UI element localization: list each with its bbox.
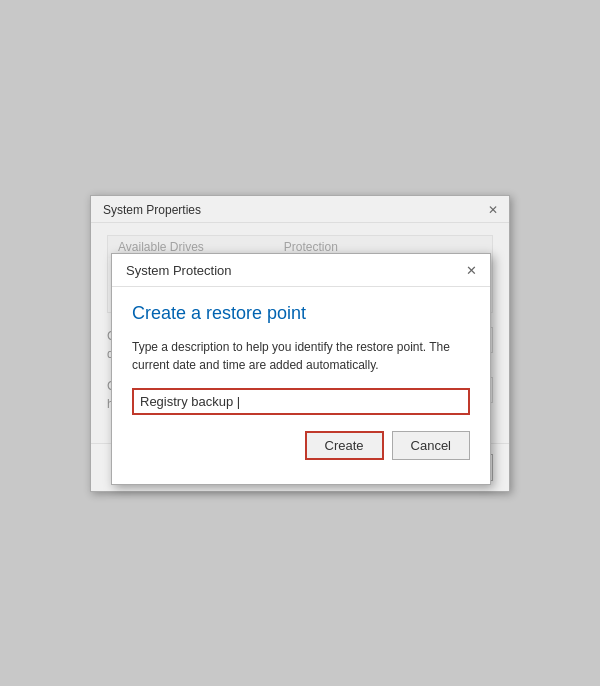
system-properties-window: System Properties ✕ Available Drives Pro… [90,195,510,492]
description-text: Type a description to help you identify … [132,338,470,374]
restore-point-name-input[interactable] [132,388,470,415]
dialog-cancel-button[interactable]: Cancel [392,431,470,460]
create-restore-title: Create a restore point [132,303,470,324]
system-protection-dialog: System Protection ✕ Create a restore poi… [111,253,491,485]
outer-body: Available Drives Protection Local Disk (… [91,223,509,443]
create-button[interactable]: Create [305,431,384,460]
outer-window-title: System Properties [103,203,201,217]
outer-close-button[interactable]: ✕ [485,202,501,218]
inner-close-button[interactable]: ✕ [462,262,480,280]
inner-dialog-title: System Protection [126,263,232,278]
inner-dialog-body: Create a restore point Type a descriptio… [112,287,490,484]
dialog-buttons: Create Cancel [132,431,470,460]
inner-titlebar: System Protection ✕ [112,254,490,287]
outer-titlebar: System Properties ✕ [91,196,509,223]
